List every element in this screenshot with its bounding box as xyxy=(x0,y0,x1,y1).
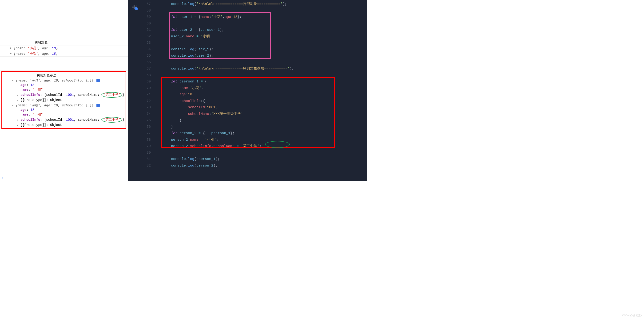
line-number: 58 xyxy=(140,7,151,14)
extensions-icon[interactable]: 1 xyxy=(131,4,137,10)
line-number: 76 xyxy=(140,124,151,130)
expand-arrow-icon[interactable] xyxy=(17,118,18,122)
code-line[interactable] xyxy=(154,72,364,79)
code-line[interactable]: person_2.name = '小刚'; xyxy=(154,137,364,143)
expanded-object-2: age: 18 name: "小刚" schoolInfo: {schoolId… xyxy=(2,108,126,127)
line-number-gutter: 5758596061626364656667686970717273747576… xyxy=(140,0,154,181)
expand-arrow-icon[interactable] xyxy=(10,46,12,50)
collapse-arrow-icon[interactable] xyxy=(12,104,14,107)
code-line[interactable]: console.log(user_1); xyxy=(154,46,364,53)
green-circle-highlight: '第二中学' xyxy=(101,92,122,98)
code-content[interactable]: console.log('\n\n\n\n=============拷贝对象==… xyxy=(154,0,364,181)
code-line[interactable] xyxy=(154,150,364,156)
object-summary[interactable]: {name: '小刚', age: 18, schoolInfo: {…}} xyxy=(16,104,94,107)
console-log-header-1: =============拷贝对象=========== xyxy=(0,40,128,46)
line-number: 80 xyxy=(140,150,151,156)
line-number: 70 xyxy=(140,85,151,92)
devtools-console-panel: =============拷贝对象=========== {name: '小花'… xyxy=(0,0,128,181)
expand-arrow-icon[interactable] xyxy=(17,98,18,103)
activity-bar: 1 xyxy=(128,0,140,181)
console-prompt-icon: › xyxy=(2,176,4,180)
code-line[interactable]: schoolId:1001, xyxy=(154,104,364,111)
console-object-collapsed-2[interactable]: {name: '小明', age: 18} xyxy=(0,51,128,57)
code-line[interactable]: user_2.name = '小明'; xyxy=(154,33,364,40)
svg-rect-2 xyxy=(132,7,134,9)
blank-line xyxy=(0,57,128,61)
svg-rect-1 xyxy=(134,5,136,7)
code-line[interactable]: console.log(user_2); xyxy=(154,53,364,59)
line-number: 60 xyxy=(140,20,151,27)
info-badge-icon[interactable]: i xyxy=(96,104,100,107)
green-circle-highlight: '第二中学' xyxy=(101,117,122,123)
code-line[interactable]: schoolName:'XXX第一高级中学' xyxy=(154,111,364,117)
expand-arrow-icon[interactable] xyxy=(10,52,12,55)
line-number: 74 xyxy=(140,111,151,117)
code-line[interactable]: } xyxy=(154,117,364,124)
collapse-arrow-icon[interactable] xyxy=(12,79,14,82)
code-editor-panel: 1 57585960616263646566676869707172737475… xyxy=(128,0,367,181)
line-number: 61 xyxy=(140,27,151,33)
line-number: 65 xyxy=(140,53,151,59)
line-number: 69 xyxy=(140,78,151,85)
code-line[interactable] xyxy=(154,7,364,14)
code-line[interactable]: let user_2 = {...user_1}; xyxy=(154,27,364,33)
line-number: 77 xyxy=(140,130,151,137)
line-number: 66 xyxy=(140,59,151,66)
console-output[interactable]: =============拷贝对象=========== {name: '小花'… xyxy=(0,0,128,175)
editor-area[interactable]: 5758596061626364656667686970717273747576… xyxy=(140,0,367,181)
line-number: 64 xyxy=(140,46,151,53)
code-line[interactable]: name:'小花', xyxy=(154,85,364,92)
line-number: 75 xyxy=(140,117,151,124)
line-number: 79 xyxy=(140,143,151,150)
console-input[interactable]: › xyxy=(0,175,128,181)
expand-arrow-icon[interactable] xyxy=(17,93,18,97)
code-line[interactable]: console.log(person_2); xyxy=(154,162,364,169)
svg-rect-0 xyxy=(132,5,134,7)
expand-arrow-icon[interactable] xyxy=(17,123,18,128)
code-line[interactable]: let person_2 = {...pserson_1}; xyxy=(154,130,364,137)
code-line[interactable]: person_2.schoolInfo.schoolName = '第二中学'; xyxy=(154,143,364,150)
line-number: 72 xyxy=(140,98,151,105)
line-number: 59 xyxy=(140,14,151,20)
line-number: 71 xyxy=(140,91,151,98)
console-object-collapsed-1[interactable]: {name: '小花', age: 18} xyxy=(0,46,128,51)
line-number: 63 xyxy=(140,40,151,46)
code-line[interactable]: console.log('\n\n\n\n=============拷贝对象多层… xyxy=(154,66,364,72)
line-number: 57 xyxy=(140,1,151,7)
expanded-object-1: age: 18 name: "小花" schoolInfo: {schoolId… xyxy=(2,83,126,102)
line-number: 82 xyxy=(140,162,151,169)
minimap[interactable] xyxy=(364,0,367,181)
blank-line xyxy=(0,66,128,71)
code-line[interactable]: let pserson_1 = { xyxy=(154,78,364,85)
code-line[interactable]: let user_1 = {name:'小花',age:18}; xyxy=(154,14,364,20)
line-number: 73 xyxy=(140,104,151,111)
object-summary[interactable]: {name: '小花', age: 18, schoolInfo: {…}} xyxy=(16,79,94,82)
activity-badge: 1 xyxy=(134,7,138,10)
code-line[interactable]: } xyxy=(154,124,364,130)
line-number: 81 xyxy=(140,156,151,162)
line-number: 68 xyxy=(140,72,151,79)
code-line[interactable] xyxy=(154,59,364,66)
code-line[interactable]: schoolInfo:{ xyxy=(154,98,364,105)
blank-line xyxy=(0,61,128,66)
code-line[interactable] xyxy=(154,40,364,46)
info-badge-icon[interactable]: i xyxy=(96,79,100,82)
code-line[interactable] xyxy=(154,20,364,27)
line-number: 78 xyxy=(140,137,151,143)
console-red-highlight-box: =============拷贝对象多层=========== {name: '小… xyxy=(2,71,126,129)
code-line[interactable]: console.log('\n\n\n\n=============拷贝对象==… xyxy=(154,1,364,7)
code-line[interactable]: age:18, xyxy=(154,91,364,98)
code-line[interactable]: console.log(pserson_1); xyxy=(154,156,364,162)
line-number: 62 xyxy=(140,33,151,40)
console-log-header-2: =============拷贝对象多层=========== xyxy=(2,73,126,78)
line-number: 67 xyxy=(140,66,151,72)
